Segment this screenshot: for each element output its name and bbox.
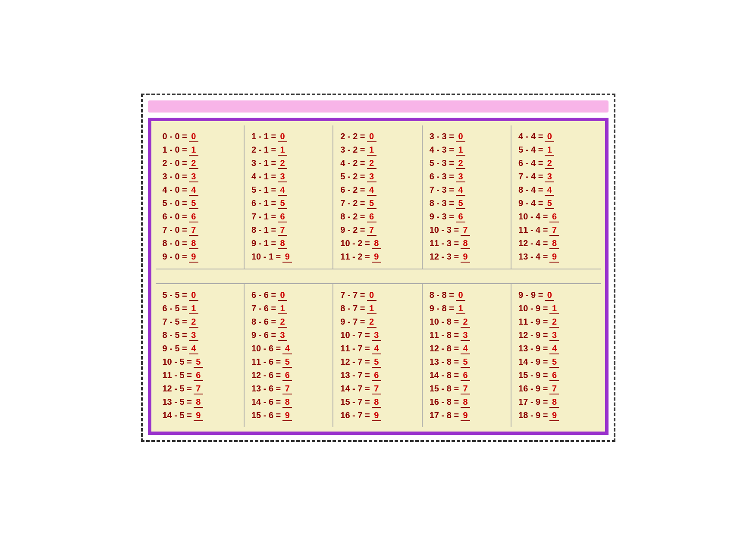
- equation-1-0-5: 10 - 5 =5: [163, 357, 237, 368]
- equation-1-0-4: 9 - 5 =4: [163, 344, 237, 354]
- equation-expr: 12 - 7 =: [340, 357, 370, 367]
- equation-0-0-8: 8 - 0 =8: [163, 238, 237, 249]
- equation-1-2-1: 8 - 7 =1: [340, 303, 414, 314]
- equation-answer: 5: [278, 198, 287, 209]
- equation-answer: 0: [367, 290, 376, 301]
- equation-0-1-6: 7 - 1 =6: [251, 212, 326, 222]
- equation-0-4-5: 9 - 4 =5: [518, 198, 593, 209]
- equation-answer: 7: [194, 384, 203, 394]
- equation-expr: 8 - 4 =: [518, 185, 543, 195]
- equation-answer: 3: [372, 330, 381, 341]
- equation-answer: 0: [545, 290, 554, 301]
- equation-answer: 5: [282, 357, 292, 368]
- equation-answer: 7: [549, 225, 559, 236]
- equation-0-4-1: 5 - 4 =1: [518, 145, 593, 156]
- equation-answer: 5: [545, 198, 554, 209]
- equation-1-3-6: 14 - 8 =6: [430, 370, 504, 381]
- equation-expr: 1 - 1 =: [251, 131, 276, 141]
- equation-0-2-3: 5 - 2 =3: [340, 172, 414, 182]
- equation-0-3-3: 6 - 3 =3: [430, 172, 504, 182]
- equation-answer: 9: [189, 252, 198, 263]
- equation-expr: 5 - 3 =: [430, 158, 454, 168]
- equation-answer: 2: [456, 158, 465, 169]
- equation-0-1-1: 2 - 1 =1: [251, 145, 326, 156]
- equation-answer: 2: [367, 317, 376, 328]
- equation-expr: 8 - 6 =: [251, 317, 276, 327]
- cell-0-0: 0 - 0 =01 - 0 =12 - 0 =23 - 0 =34 - 0 =4…: [156, 125, 245, 269]
- equation-1-4-4: 13 - 9 =4: [518, 344, 593, 354]
- equation-expr: 4 - 2 =: [340, 158, 365, 168]
- chart-sections: 0 - 0 =01 - 0 =12 - 0 =23 - 0 =34 - 0 =4…: [156, 125, 601, 427]
- equation-expr: 16 - 8 =: [430, 397, 459, 407]
- equation-expr: 8 - 8 =: [430, 290, 454, 300]
- equation-expr: 12 - 9 =: [518, 330, 548, 340]
- equation-answer: 6: [461, 370, 470, 381]
- equation-expr: 9 - 3 =: [430, 212, 454, 222]
- equation-expr: 6 - 3 =: [430, 172, 454, 181]
- equation-1-2-5: 12 - 7 =5: [340, 357, 414, 368]
- equation-answer: 8: [461, 397, 470, 408]
- equation-answer: 6: [456, 212, 465, 222]
- equation-1-3-3: 11 - 8 =3: [430, 330, 504, 341]
- equation-1-1-3: 9 - 6 =3: [251, 330, 326, 341]
- equation-expr: 10 - 4 =: [518, 212, 548, 222]
- equation-answer: 2: [461, 317, 470, 328]
- equation-answer: 2: [549, 317, 559, 328]
- equation-answer: 1: [189, 303, 198, 314]
- equation-answer: 4: [189, 185, 198, 196]
- equation-1-2-0: 7 - 7 =0: [340, 290, 414, 301]
- cell-0-1: 1 - 1 =02 - 1 =13 - 1 =24 - 1 =35 - 1 =4…: [245, 125, 333, 269]
- equation-0-0-4: 4 - 0 =4: [163, 185, 237, 196]
- equation-answer: 9: [372, 252, 381, 263]
- equation-0-3-6: 9 - 3 =6: [430, 212, 504, 222]
- equation-expr: 3 - 0 =: [163, 172, 187, 181]
- equation-answer: 2: [189, 158, 198, 169]
- equation-expr: 9 - 6 =: [251, 330, 276, 340]
- equation-answer: 5: [372, 357, 381, 368]
- equation-1-4-5: 14 - 9 =5: [518, 357, 593, 368]
- equation-answer: 5: [461, 357, 470, 368]
- equation-answer: 1: [189, 145, 198, 156]
- cell-0-2: 2 - 2 =03 - 2 =14 - 2 =25 - 2 =36 - 2 =4…: [333, 125, 422, 269]
- equation-1-3-1: 9 - 8 =1: [430, 303, 504, 314]
- equation-0-0-9: 9 - 0 =9: [163, 252, 237, 263]
- equation-expr: 17 - 9 =: [518, 397, 548, 407]
- equation-expr: 10 - 8 =: [430, 317, 459, 327]
- equation-0-3-4: 7 - 3 =4: [430, 185, 504, 196]
- equation-expr: 12 - 6 =: [251, 370, 281, 380]
- equation-0-4-3: 7 - 4 =3: [518, 172, 593, 182]
- equation-expr: 7 - 4 =: [518, 172, 543, 181]
- equation-answer: 3: [549, 330, 559, 341]
- equation-1-1-7: 13 - 6 =7: [251, 384, 326, 394]
- equation-answer: 3: [456, 172, 465, 182]
- equation-expr: 16 - 7 =: [340, 410, 370, 420]
- equation-1-2-6: 13 - 7 =6: [340, 370, 414, 381]
- equation-expr: 10 - 3 =: [430, 225, 459, 235]
- equation-1-3-5: 13 - 8 =5: [430, 357, 504, 368]
- equation-answer: 6: [194, 370, 203, 381]
- equation-0-4-6: 10 - 4 =6: [518, 212, 593, 222]
- equation-answer: 9: [282, 252, 292, 263]
- equation-answer: 8: [194, 397, 203, 408]
- equation-answer: 8: [461, 238, 470, 249]
- equation-expr: 8 - 3 =: [430, 198, 454, 208]
- equation-1-0-8: 13 - 5 =8: [163, 397, 237, 408]
- equation-expr: 11 - 7 =: [340, 344, 370, 354]
- equation-1-3-8: 16 - 8 =8: [430, 397, 504, 408]
- equation-answer: 1: [545, 145, 554, 156]
- equation-0-2-6: 8 - 2 =6: [340, 212, 414, 222]
- equation-expr: 4 - 0 =: [163, 185, 187, 195]
- equation-1-4-2: 11 - 9 =2: [518, 317, 593, 328]
- equation-1-4-1: 10 - 9 =1: [518, 303, 593, 314]
- equation-answer: 2: [189, 317, 198, 328]
- equation-expr: 0 - 0 =: [163, 131, 187, 141]
- equation-0-1-4: 5 - 1 =4: [251, 185, 326, 196]
- equation-answer: 8: [549, 238, 559, 249]
- equation-expr: 7 - 1 =: [251, 212, 276, 222]
- cell-1-2: 7 - 7 =08 - 7 =19 - 7 =210 - 7 =311 - 7 …: [333, 284, 422, 427]
- equation-0-3-9: 12 - 3 =9: [430, 252, 504, 263]
- title-bar: [148, 100, 609, 113]
- equation-answer: 3: [189, 330, 198, 341]
- equation-answer: 9: [549, 410, 559, 421]
- equation-expr: 14 - 6 =: [251, 397, 281, 407]
